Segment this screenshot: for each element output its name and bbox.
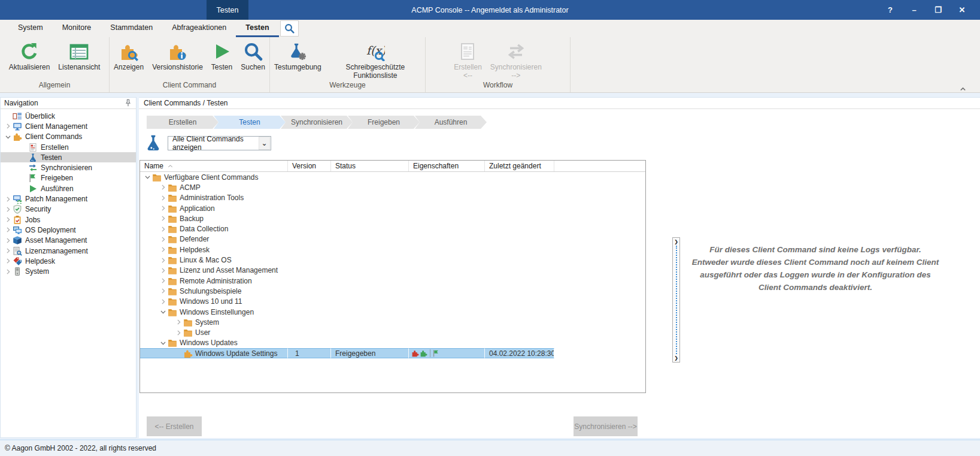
- table-row-defender[interactable]: Defender: [140, 234, 645, 244]
- chevron-right-icon[interactable]: [159, 235, 168, 243]
- table-row-verfügbare-client-commands[interactable]: Verfügbare Client Commands: [140, 172, 645, 182]
- log-panel-splitter[interactable]: ❯ ❯: [672, 237, 680, 363]
- splitter-arrow-top-icon[interactable]: ❯: [673, 238, 679, 246]
- chevron-right-icon[interactable]: [159, 287, 168, 295]
- chevron-right-icon[interactable]: [159, 298, 168, 306]
- table-row-helpdesk[interactable]: Helpdesk: [140, 244, 645, 255]
- listenansicht-ribbon-button[interactable]: Listenansicht: [54, 39, 104, 71]
- chevron-right-icon[interactable]: [4, 122, 13, 130]
- suchen-ribbon-button[interactable]: Suchen: [236, 39, 269, 71]
- client-command-filter-dropdown[interactable]: Alle Client Commands anzeigen ⌄: [168, 136, 271, 150]
- sidebar-item-security[interactable]: Security: [1, 204, 136, 215]
- chevron-right-icon[interactable]: [159, 246, 168, 253]
- sidebar-item-helpdesk[interactable]: Helpdesk: [1, 256, 136, 266]
- table-row-linux-mac-os[interactable]: Linux & Mac OS: [140, 255, 645, 265]
- workflow-step-freigeben[interactable]: Freigeben: [348, 116, 420, 129]
- sidebar-item-client-commands[interactable]: Client Commands: [1, 132, 136, 142]
- schreibgeschützte-funktionsliste-ribbon-button[interactable]: f(x)Schreibgeschützte Funktionsliste: [326, 39, 425, 80]
- cell-version: 1: [288, 348, 331, 358]
- chevron-right-icon[interactable]: [159, 215, 168, 222]
- table-row-lizenz-und-asset-management[interactable]: Lizenz und Asset Management: [140, 265, 645, 276]
- titlebar-active-tab[interactable]: Testen: [207, 0, 248, 20]
- sidebar-item-asset-management[interactable]: Asset Management: [1, 235, 136, 246]
- chevron-down-icon[interactable]: [159, 339, 168, 347]
- chevron-right-icon[interactable]: [4, 247, 13, 255]
- workflow-step-erstellen[interactable]: Erstellen: [147, 116, 219, 129]
- chevron-right-icon[interactable]: [4, 195, 13, 203]
- table-row-schulungsbeispiele[interactable]: Schulungsbeispiele: [140, 286, 645, 296]
- help-button[interactable]: ?: [881, 0, 900, 20]
- menu-item-system[interactable]: System: [8, 20, 53, 37]
- chevron-right-icon[interactable]: [4, 237, 13, 244]
- chevron-right-icon[interactable]: [159, 267, 168, 274]
- chevron-right-icon[interactable]: [174, 318, 183, 326]
- close-button[interactable]: ✕: [952, 0, 972, 20]
- table-row-system[interactable]: System: [140, 317, 645, 327]
- workflow-step-ausführen[interactable]: Ausführen: [415, 116, 487, 129]
- chevron-right-icon[interactable]: [4, 216, 13, 224]
- workflow-step-synchronisieren[interactable]: Synchronisieren: [281, 116, 353, 129]
- sidebar-item-testen[interactable]: Testen: [1, 152, 136, 162]
- ribbon-button-label: Versionshistorie: [152, 63, 203, 71]
- sidebar-item-erstellen[interactable]: Erstellen: [1, 142, 136, 152]
- restore-button[interactable]: ❐: [929, 0, 948, 20]
- minimize-button[interactable]: –: [905, 0, 924, 20]
- sidebar-item-synchronisieren[interactable]: Synchronisieren: [1, 162, 136, 173]
- table-row-application[interactable]: Application: [140, 203, 645, 213]
- aktualisieren-ribbon-button[interactable]: Aktualisieren: [5, 39, 54, 71]
- menu-item-monitore[interactable]: Monitore: [53, 20, 101, 37]
- testen-ribbon-button[interactable]: Testen: [207, 39, 236, 71]
- chevron-right-icon[interactable]: [4, 268, 13, 276]
- pin-icon[interactable]: [124, 99, 132, 107]
- anzeigen-ribbon-button[interactable]: Anzeigen: [110, 39, 148, 71]
- chevron-right-icon[interactable]: [159, 277, 168, 285]
- sidebar-item-jobs[interactable]: Jobs: [1, 215, 136, 225]
- chevron-right-icon[interactable]: [4, 257, 13, 265]
- chevron-down-icon[interactable]: [159, 308, 168, 316]
- collapse-ribbon-icon[interactable]: [959, 85, 967, 93]
- sidebar-item-lizenzmanagement[interactable]: Lizenzmanagement: [1, 246, 136, 256]
- column-header-zuletzt-geändert[interactable]: Zuletzt geändert: [485, 161, 554, 171]
- chevron-right-icon[interactable]: [4, 226, 13, 234]
- row-label: User: [195, 328, 210, 337]
- table-row-user[interactable]: User: [140, 327, 645, 337]
- column-header-eigenschaften[interactable]: Eigenschaften: [409, 161, 485, 171]
- chevron-down-icon[interactable]: [4, 133, 13, 141]
- chevron-right-icon[interactable]: [4, 206, 13, 213]
- sidebar-item-patch-management[interactable]: Patch Management: [1, 194, 136, 204]
- table-row-backup[interactable]: Backup: [140, 213, 645, 224]
- table-row-acmp[interactable]: ACMP: [140, 182, 645, 192]
- sidebar-item-system[interactable]: System: [1, 266, 136, 276]
- chevron-down-icon[interactable]: [143, 173, 152, 181]
- table-row-remote-administration[interactable]: Remote Administration: [140, 276, 645, 286]
- sidebar-item-freigeben[interactable]: Freigeben: [1, 173, 136, 183]
- chevron-right-icon[interactable]: [174, 329, 183, 337]
- chevron-right-icon[interactable]: [159, 225, 168, 233]
- table-row-windows-einstellungen[interactable]: Windows Einstellungen: [140, 307, 645, 317]
- chevron-right-icon[interactable]: [159, 256, 168, 264]
- column-header-name[interactable]: Name: [140, 161, 288, 171]
- chevron-right-icon[interactable]: [159, 183, 168, 191]
- table-row-administration-tools[interactable]: Administration Tools: [140, 193, 645, 203]
- sidebar-item-client-management[interactable]: Client Management: [1, 121, 136, 131]
- chevron-right-icon[interactable]: [159, 204, 168, 212]
- column-header-version[interactable]: Version: [288, 161, 331, 171]
- sidebar-item-os-deployment[interactable]: OS Deployment: [1, 225, 136, 235]
- menu-item-testen[interactable]: Testen: [236, 20, 278, 37]
- table-row-windows-10-und-11[interactable]: Windows 10 und 11: [140, 297, 645, 307]
- sidebar-item-überblick[interactable]: Überblick: [1, 111, 136, 121]
- workflow-step-testen[interactable]: Testen: [214, 116, 286, 129]
- menu-item-stammdaten[interactable]: Stammdaten: [101, 20, 162, 37]
- sidebar-item-ausführen[interactable]: Ausführen: [1, 183, 136, 194]
- column-header-status[interactable]: Status: [331, 161, 409, 171]
- table-row-windows-update-settings[interactable]: Windows Update Settings1Freigegeben04.02…: [140, 348, 645, 358]
- splitter-arrow-bottom-icon[interactable]: ❯: [673, 354, 679, 362]
- testumgebung-ribbon-button[interactable]: Testumgebung: [270, 39, 326, 71]
- menu-search-button[interactable]: [280, 20, 299, 37]
- versionshistorie-ribbon-button[interactable]: Versionshistorie: [148, 39, 207, 71]
- chevron-right-icon[interactable]: [159, 194, 168, 202]
- window-controls: ? – ❐ ✕: [881, 0, 972, 20]
- menu-item-abfrageaktionen[interactable]: Abfrageaktionen: [162, 20, 236, 37]
- table-row-windows-updates[interactable]: Windows Updates: [140, 338, 645, 348]
- table-row-data-collection[interactable]: Data Collection: [140, 224, 645, 234]
